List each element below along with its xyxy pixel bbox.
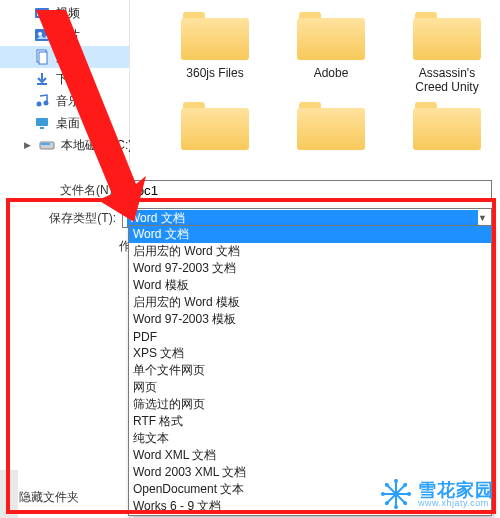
svg-rect-1 [37,10,47,16]
sidebar-item-pictures[interactable]: 图片 [0,24,129,46]
svg-point-20 [381,492,385,496]
svg-point-24 [403,483,407,487]
savetype-option[interactable]: 单个文件网页 [129,362,491,379]
savetype-option[interactable]: 纯文本 [129,430,491,447]
desktop-icon [34,115,50,131]
watermark-url: www.xhjaty.com [418,499,494,508]
hide-folders-label: 隐藏文件夹 [19,489,79,506]
chevron-down-icon: ▼ [478,213,487,223]
savetype-option[interactable]: Word 97-2003 模板 [129,311,491,328]
hide-folders-toggle[interactable]: ▴ 隐藏文件夹 [10,489,79,506]
folder-icon [179,6,251,62]
downloads-icon [34,71,50,87]
svg-rect-12 [41,143,50,145]
watermark-title: 雪花家园 [418,481,494,499]
video-icon [34,5,50,21]
folder-icon [295,96,367,152]
filename-row: 文件名(N): [44,178,492,202]
sidebar-item-videos[interactable]: 视频 [0,2,129,24]
savetype-option[interactable]: Word XML 文档 [129,447,491,464]
documents-icon [34,49,50,65]
savetype-option[interactable]: 筛选过的网页 [129,396,491,413]
sidebar-label: 下载 [56,71,80,88]
savetype-option[interactable]: Word 模板 [129,277,491,294]
sidebar-item-documents[interactable]: 文档 [0,46,129,68]
savetype-option[interactable]: RTF 格式 [129,413,491,430]
sidebar-item-desktop[interactable]: 桌面 [0,112,129,134]
svg-point-22 [385,483,389,487]
sidebar-label: 音乐 [56,93,80,110]
svg-point-18 [394,479,398,483]
filename-label: 文件名(N): [44,182,122,199]
pictures-icon [34,27,50,43]
folder-item[interactable] [402,96,492,156]
savetype-option[interactable]: 网页 [129,379,491,396]
folder-item[interactable] [286,96,376,156]
savetype-option[interactable]: 启用宏的 Word 模板 [129,294,491,311]
svg-point-25 [385,501,389,505]
watermark-text: 雪花家园 www.xhjaty.com [418,481,494,508]
folder-icon [179,96,251,152]
music-icon [34,93,50,109]
svg-point-19 [394,505,398,509]
folder-item[interactable] [170,96,260,156]
folder-label: 360js Files [186,66,243,80]
savetype-label: 保存类型(T): [44,210,122,227]
svg-rect-6 [37,83,47,85]
svg-point-7 [37,102,42,107]
savetype-option[interactable]: PDF [129,328,491,345]
file-grid-row2 [170,96,492,156]
filename-input[interactable] [122,180,492,200]
svg-rect-2 [35,29,49,41]
folder-icon [411,6,483,62]
sidebar-label: 本地磁盘 (C:) [61,137,132,154]
sidebar-item-music[interactable]: 音乐 [0,90,129,112]
svg-point-21 [407,492,411,496]
savetype-option[interactable]: Word 文档 [129,226,491,243]
folder-icon [295,6,367,62]
svg-rect-9 [36,118,48,126]
snowflake-icon [380,478,412,510]
svg-point-23 [403,501,407,505]
sidebar-label: 图片 [56,27,80,44]
sidebar-item-downloads[interactable]: 下载 [0,68,129,90]
savetype-option[interactable]: Word 97-2003 文档 [129,260,491,277]
sidebar-label: 文档 [56,49,80,66]
savetype-option[interactable]: 启用宏的 Word 文档 [129,243,491,260]
folder-label: Assassin's Creed Unity [402,66,492,94]
savetype-selected: Word 文档 [127,210,478,227]
sidebar-label: 视频 [56,5,80,22]
svg-point-8 [44,101,49,106]
sidebar-item-drive-c[interactable]: ▶ 本地磁盘 (C:) [0,134,129,156]
savetype-option[interactable]: XPS 文档 [129,345,491,362]
watermark: 雪花家园 www.xhjaty.com [380,478,494,510]
savetype-dropdown[interactable]: Word 文档 启用宏的 Word 文档 Word 97-2003 文档 Wor… [128,225,492,516]
drive-icon [39,137,55,153]
sidebar-label: 桌面 [56,115,80,132]
folder-icon [411,96,483,152]
sidebar-tree: 视频 图片 文档 下载 音乐 [0,0,129,156]
svg-rect-10 [40,127,44,129]
folder-label: Adobe [314,66,349,80]
chevron-right-icon: ▶ [24,140,31,150]
background-strip [0,470,18,518]
svg-rect-5 [39,52,47,64]
